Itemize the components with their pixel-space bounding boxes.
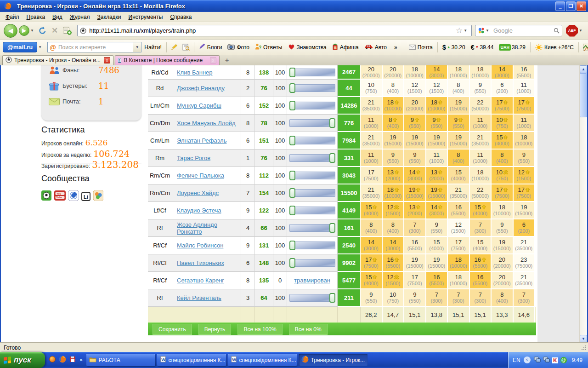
language-indicator[interactable]: EN bbox=[513, 357, 520, 363]
skill-cell[interactable]: 9(550) bbox=[404, 150, 426, 167]
menu-item-Файл[interactable]: Файл bbox=[2, 12, 23, 22]
skill-cell[interactable]: 11(1000) bbox=[514, 115, 536, 132]
slider-handle[interactable] bbox=[289, 258, 295, 268]
network-icon[interactable] bbox=[543, 356, 550, 364]
url-text[interactable]: http://11x11.mail.ru/xml/players/train.p… bbox=[89, 27, 456, 34]
skill-cell[interactable]: 8(400) bbox=[492, 150, 514, 167]
skill-cell[interactable]: 17(7500) bbox=[514, 184, 536, 202]
skill-cell[interactable]: 17(7500) bbox=[404, 272, 426, 289]
skill-cell[interactable]: 8(400) bbox=[383, 115, 405, 132]
skill-cell[interactable]: 19(15000) bbox=[404, 254, 426, 272]
mailru-logo-dropdown-icon[interactable]: ▼ bbox=[38, 45, 42, 49]
skill-cell[interactable]: 8(400) bbox=[448, 150, 470, 167]
skill-cell[interactable]: 19(15000) bbox=[514, 202, 536, 219]
menu-item-Закладки[interactable]: Закладки bbox=[94, 12, 125, 22]
skill-cell[interactable]: 19(15000) bbox=[404, 132, 426, 150]
slider-handle[interactable] bbox=[289, 171, 295, 180]
skill-cell[interactable]: 8(400) bbox=[383, 80, 405, 97]
skill-cell[interactable]: 16(5500) bbox=[448, 202, 470, 219]
skill-cell[interactable]: 19(15000) bbox=[448, 97, 470, 115]
skill-cell[interactable]: 9(550) bbox=[492, 219, 514, 237]
reload-button[interactable] bbox=[38, 26, 47, 35]
skill-cell[interactable]: 15(4000) bbox=[361, 272, 383, 289]
skill-cell[interactable]: 8(400) bbox=[448, 80, 470, 97]
skill-cell[interactable]: 12(1500) bbox=[448, 219, 470, 237]
skill-cell[interactable]: 21(35000) bbox=[361, 97, 383, 115]
adblock-dropdown-icon[interactable]: ▼ bbox=[579, 29, 582, 33]
mailru-search-dropdown-icon[interactable]: ▼ bbox=[133, 42, 141, 52]
skill-cell[interactable]: 18(10000) bbox=[470, 167, 492, 184]
skill-cell[interactable]: 15(4000) bbox=[448, 167, 470, 184]
magnifier-icon[interactable] bbox=[554, 28, 560, 34]
slider-handle[interactable] bbox=[289, 188, 295, 198]
slider-handle[interactable] bbox=[289, 241, 295, 250]
skill-cell[interactable]: 17(7500) bbox=[361, 254, 383, 272]
skill-cell[interactable]: 9(550) bbox=[383, 150, 405, 167]
skill-cell[interactable]: 10(750) bbox=[361, 80, 383, 97]
training-slider[interactable] bbox=[289, 69, 335, 76]
mailru-link[interactable]: Знакомства bbox=[288, 44, 327, 51]
agent-icon[interactable]: @ bbox=[560, 356, 567, 363]
start-button[interactable]: пуск bbox=[0, 352, 45, 368]
url-bar[interactable]: http://11x11.mail.ru/xml/players/train.p… bbox=[77, 25, 472, 36]
skill-cell[interactable]: 9(550) bbox=[404, 115, 426, 132]
skill-cell[interactable]: 15(4000) bbox=[470, 202, 492, 219]
skill-cell[interactable]: 18(10000) bbox=[514, 132, 536, 150]
skill-cell[interactable]: 8(400) bbox=[492, 289, 514, 307]
player-name-link[interactable]: Майлс Робинсон bbox=[177, 242, 223, 249]
training-slider[interactable] bbox=[289, 137, 335, 144]
browser-tab-2[interactable]: BВ Контакте | Новое сообщениеx bbox=[115, 55, 220, 65]
slider-handle[interactable] bbox=[289, 136, 295, 145]
skill-cell[interactable]: 17(7500) bbox=[361, 167, 383, 184]
browser-tab-1[interactable]: Тренировка - Игроки - Онлайн и...x bbox=[2, 55, 113, 65]
slider-handle[interactable] bbox=[289, 68, 295, 77]
skill-cell[interactable]: 11(1000) bbox=[470, 115, 492, 132]
skill-cell[interactable]: 19(15000) bbox=[426, 254, 448, 272]
skill-cell[interactable]: 15(4000) bbox=[470, 237, 492, 254]
adblock-icon[interactable]: ABP bbox=[566, 25, 578, 37]
pencil-edit-icon[interactable] bbox=[171, 44, 178, 51]
training-slider[interactable] bbox=[289, 189, 335, 197]
mailru-find-button[interactable]: Найти! bbox=[144, 44, 162, 51]
skill-cell[interactable]: 18(10000) bbox=[404, 65, 426, 80]
skill-cell[interactable]: 14(3000) bbox=[383, 237, 405, 254]
skill-cell[interactable]: 14(3000) bbox=[426, 65, 448, 80]
skill-cell[interactable]: 15(4000) bbox=[492, 132, 514, 150]
skill-cell[interactable]: 22(50000) bbox=[470, 97, 492, 115]
skill-cell[interactable]: 21(35000) bbox=[361, 132, 383, 150]
tab-close-icon[interactable]: x bbox=[104, 57, 110, 63]
skill-cell[interactable]: 9(550) bbox=[514, 150, 536, 167]
close-button[interactable]: ✕ bbox=[577, 1, 586, 11]
skill-cell[interactable]: 7(300) bbox=[470, 219, 492, 237]
skill-cell[interactable]: 7(300) bbox=[514, 289, 536, 307]
skill-cell[interactable]: 9(550) bbox=[426, 219, 448, 237]
taskbar-window-button[interactable]: РАБОТА bbox=[86, 354, 155, 366]
skill-cell[interactable]: 21(35000) bbox=[448, 184, 470, 202]
training-slider[interactable] bbox=[289, 102, 335, 109]
menu-item-Вид[interactable]: Вид bbox=[49, 12, 66, 22]
skill-cell[interactable]: 19(15000) bbox=[448, 132, 470, 150]
skill-cell[interactable]: 14(3000) bbox=[426, 202, 448, 219]
new-tab-button[interactable]: + bbox=[221, 57, 233, 65]
skill-cell[interactable]: 18(10000) bbox=[426, 97, 448, 115]
mailru-link[interactable]: Авто bbox=[364, 44, 387, 51]
training-slider[interactable] bbox=[289, 154, 335, 162]
player-name-link[interactable]: Клив Баннер bbox=[177, 69, 213, 76]
skill-cell[interactable]: 21(35000) bbox=[361, 184, 383, 202]
skill-cell[interactable]: 11(1000) bbox=[426, 150, 448, 167]
menu-item-Инструменты[interactable]: Инструменты bbox=[125, 12, 167, 22]
player-name-link[interactable]: Мункур Сарибш bbox=[177, 102, 221, 109]
tray-collapse-icon[interactable]: ‹ bbox=[524, 356, 531, 363]
vertical-scrollbar[interactable]: ▲ ▼ bbox=[579, 65, 587, 343]
skill-cell[interactable]: 7(300) bbox=[448, 289, 470, 307]
skill-cell[interactable]: 11(1000) bbox=[361, 150, 383, 167]
skill-cell[interactable]: 16(5500) bbox=[404, 237, 426, 254]
menu-item-Правка[interactable]: Правка bbox=[23, 12, 49, 22]
skill-cell[interactable]: 16(5500) bbox=[426, 272, 448, 289]
skill-cell[interactable]: 16(5500) bbox=[514, 65, 536, 80]
uah-rate[interactable]: UAH 38.29 bbox=[499, 44, 526, 51]
skill-cell[interactable]: 8(400) bbox=[361, 219, 383, 237]
stop-button[interactable]: ✕ bbox=[51, 26, 58, 35]
skill-cell[interactable]: 14(3000) bbox=[361, 237, 383, 254]
tab-close-icon[interactable]: x bbox=[210, 57, 216, 63]
